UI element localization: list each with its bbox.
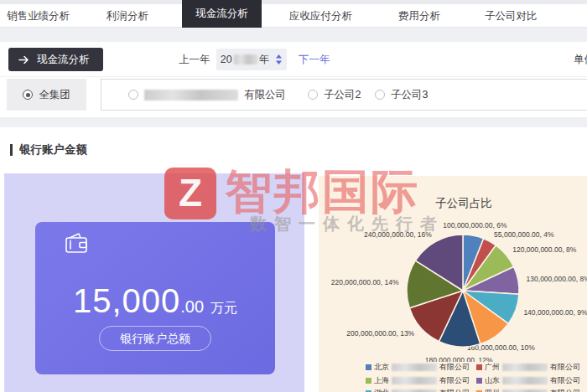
- subsidiary2-radio-option[interactable]: 子公司2: [308, 80, 361, 110]
- cash-flow-dashboard: 销售业绩分析 利润分析 现金流分析 应收应付分析 费用分析 子公司对比 现金流分…: [0, 0, 587, 392]
- legend-company-redacted: [502, 377, 548, 384]
- legend-company-suffix: 有限公司: [439, 375, 470, 386]
- company-filter-row: 全集团 有限公司 子公司2 子公司3: [0, 77, 587, 117]
- pie-slice-label: 240,000,000.00, 16%: [364, 230, 432, 239]
- tab-sales-analysis[interactable]: 销售业绩分析: [7, 4, 70, 28]
- legend-swatch-icon: [366, 378, 371, 384]
- section-button-label: 现金流分析: [37, 53, 90, 67]
- legend-item: 广州有限公司: [476, 362, 587, 373]
- pie-slice-label: 180,000,000.00, 12%: [425, 356, 493, 362]
- legend-company-prefix: 山东: [485, 375, 500, 386]
- next-year-button[interactable]: 下一年: [299, 42, 330, 77]
- radio-icon[interactable]: [375, 90, 385, 100]
- tab-receivable-payable[interactable]: 应收应付分析: [289, 4, 352, 28]
- cash-flow-section-button[interactable]: 现金流分析: [8, 48, 103, 71]
- bank-account-total-button[interactable]: 银行账户总额: [99, 326, 211, 351]
- legend-company-prefix: 四川: [485, 388, 500, 392]
- year-select[interactable]: 20 年: [216, 49, 287, 70]
- legend-swatch-icon: [476, 378, 482, 384]
- unit-label: 单位: [574, 42, 587, 77]
- year-value-suffix: 年: [259, 53, 270, 67]
- legend-item: 北京有限公司: [366, 362, 476, 373]
- legend-company-suffix: 有限公司: [439, 362, 470, 373]
- tab-cash-flow-analysis[interactable]: 现金流分析: [182, 0, 262, 28]
- subsidiary3-label: 子公司3: [391, 88, 428, 102]
- divider-band: [0, 117, 587, 127]
- legend-item: 山东有限公司: [476, 375, 587, 386]
- pie-slice-label: 200,000,000.00, 13%: [346, 329, 414, 338]
- legend-company-prefix: 湖北: [374, 388, 389, 392]
- tab-subsidiary-compare[interactable]: 子公司对比: [485, 4, 538, 28]
- year-value-prefix: 20: [221, 54, 232, 65]
- legend-swatch-icon: [366, 364, 371, 370]
- section-header: 银行账户金额: [10, 142, 87, 157]
- prev-year-button[interactable]: 上一年: [179, 42, 210, 77]
- pie-chart: 100,000,000.00, 6%55,000,000.00, 4%120,0…: [319, 209, 587, 362]
- bank-balance-card: 15,000.00万元 银行账户总额: [35, 222, 275, 374]
- legend-company-prefix: 北京: [374, 362, 389, 373]
- pie-slice-label: 130,000,000.00, 8%: [527, 275, 587, 283]
- pie-slice-label: 100,000,000.00, 6%: [443, 221, 507, 230]
- legend-company-suffix: 有限公司: [439, 388, 470, 392]
- toolbar: 现金流分析 上一年 20 年 下一年 单位: [0, 42, 587, 77]
- amount-unit: 万元: [210, 301, 237, 315]
- arrow-right-icon: [18, 55, 29, 64]
- company-suffix-label: 有限公司: [244, 88, 286, 102]
- subsidiary-options-box: 有限公司 子公司2 子公司3: [101, 79, 587, 111]
- company-name-redacted: [144, 90, 238, 101]
- whole-group-label: 全集团: [39, 88, 70, 102]
- subsidiary3-radio-option[interactable]: 子公司3: [375, 80, 428, 110]
- section-title: 银行账户金额: [19, 142, 87, 157]
- company-radio-option[interactable]: 有限公司: [128, 80, 286, 110]
- legend-item: 湖北有限公司: [366, 388, 476, 392]
- subsidiary-share-chart-panel: 子公司占比 100,000,000.00, 6%55,000,000.00, 4…: [319, 176, 587, 392]
- legend-swatch-icon: [476, 364, 482, 370]
- pie-slice-label: 220,000,000.00, 14%: [331, 278, 399, 286]
- wallet-icon: [63, 230, 90, 255]
- legend-item: 上海有限公司: [366, 375, 476, 386]
- main-tabbar: 销售业绩分析 利润分析 现金流分析 应收应付分析 费用分析 子公司对比: [0, 4, 587, 28]
- year-redacted: [234, 54, 257, 64]
- amount-decimal: .00: [180, 297, 204, 316]
- chart-legend: 北京有限公司广州有限公司上海有限公司山东有限公司湖北有限公司四川有限公司: [366, 362, 587, 392]
- legend-company-suffix: 有限公司: [550, 375, 580, 386]
- legend-company-suffix: 有限公司: [550, 388, 580, 392]
- legend-item: 四川有限公司: [476, 388, 587, 392]
- pie-slice-label: 120,000,000.00, 8%: [512, 245, 577, 254]
- tab-expense-analysis[interactable]: 费用分析: [398, 4, 440, 28]
- legend-company-suffix: 有限公司: [550, 362, 580, 373]
- pie-slice-label: 55,000,000.00, 4%: [494, 230, 554, 239]
- legend-company-redacted: [392, 377, 437, 384]
- spinner-icon[interactable]: [275, 54, 283, 65]
- amount-integer: 15,000: [73, 282, 180, 319]
- radio-icon[interactable]: [128, 90, 138, 100]
- radio-checked-icon[interactable]: [23, 90, 33, 100]
- legend-company-prefix: 广州: [485, 362, 500, 373]
- bank-balance-panel: 15,000.00万元 银行账户总额: [4, 173, 304, 392]
- legend-company-redacted: [392, 364, 437, 371]
- total-amount: 15,000.00万元: [35, 282, 275, 320]
- subsidiary2-label: 子公司2: [324, 88, 361, 102]
- radio-icon[interactable]: [308, 90, 318, 100]
- tab-profit-analysis[interactable]: 利润分析: [106, 4, 148, 28]
- divider-band: [0, 28, 587, 42]
- pie-slice-label: 140,000,000.00, 9%: [523, 308, 587, 317]
- legend-company-prefix: 上海: [374, 375, 389, 386]
- section-marker-bar: [10, 144, 13, 156]
- whole-group-radio-option[interactable]: 全集团: [7, 79, 86, 111]
- legend-company-redacted: [502, 364, 548, 371]
